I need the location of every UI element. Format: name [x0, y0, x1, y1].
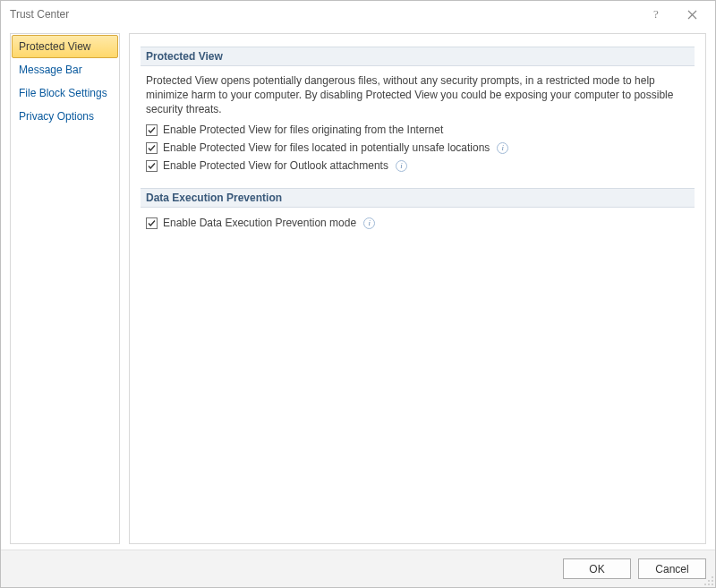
titlebar: Trust Center ? — [1, 1, 715, 28]
dialog-footer: OK Cancel — [1, 550, 715, 587]
checkbox-label: Enable Protected View for Outlook attach… — [163, 158, 388, 174]
checkbox-pv-unsafe[interactable] — [146, 142, 158, 154]
section-header-protected-view: Protected View — [141, 47, 695, 66]
ok-button[interactable]: OK — [563, 558, 631, 579]
checkbox-pv-internet[interactable] — [146, 124, 158, 136]
sidebar-item-file-block-settings[interactable]: File Block Settings — [12, 81, 118, 105]
sidebar-item-label: Message Bar — [19, 64, 82, 76]
section-header-dep: Data Execution Prevention — [141, 188, 695, 208]
svg-point-3 — [712, 580, 713, 582]
checkbox-label: Enable Data Execution Prevention mode — [163, 215, 356, 231]
section-body-dep: Enable Data Execution Prevention mode i — [141, 215, 695, 242]
sidebar-item-privacy-options[interactable]: Privacy Options — [12, 105, 118, 128]
svg-point-2 — [708, 580, 710, 582]
trust-center-dialog: Trust Center ? Protected View Message Ba… — [0, 0, 716, 588]
help-icon: ? — [652, 8, 661, 21]
resize-grip-icon[interactable] — [703, 575, 714, 586]
check-icon — [147, 125, 157, 135]
sidebar: Protected View Message Bar File Block Se… — [10, 33, 120, 544]
svg-point-1 — [712, 576, 713, 578]
sidebar-item-label: Protected View — [19, 40, 91, 53]
sidebar-item-message-bar[interactable]: Message Bar — [12, 58, 118, 81]
svg-point-6 — [712, 584, 713, 585]
info-icon[interactable]: i — [497, 142, 508, 154]
section-body-protected-view: Protected View opens potentially dangero… — [141, 73, 695, 184]
protected-view-description: Protected View opens potentially dangero… — [146, 73, 689, 116]
info-icon[interactable]: i — [363, 217, 375, 229]
checkbox-label: Enable Protected View for files located … — [163, 140, 490, 156]
sidebar-item-protected-view[interactable]: Protected View — [12, 35, 118, 58]
button-label: Cancel — [655, 563, 688, 575]
help-button[interactable]: ? — [638, 2, 674, 27]
svg-text:?: ? — [653, 8, 659, 21]
close-button[interactable] — [674, 2, 710, 27]
checkbox-dep[interactable] — [146, 217, 158, 229]
check-icon — [147, 218, 157, 228]
dialog-body: Protected View Message Bar File Block Se… — [1, 28, 715, 550]
check-icon — [147, 143, 157, 153]
info-icon[interactable]: i — [396, 160, 407, 172]
close-icon — [687, 10, 697, 20]
sidebar-item-label: File Block Settings — [19, 87, 107, 99]
button-label: OK — [589, 563, 604, 575]
checkbox-label: Enable Protected View for files originat… — [163, 122, 443, 138]
svg-point-4 — [704, 584, 706, 585]
cancel-button[interactable]: Cancel — [638, 558, 706, 579]
check-icon — [147, 161, 157, 171]
sidebar-item-label: Privacy Options — [19, 110, 94, 123]
check-row-pv-internet: Enable Protected View for files originat… — [146, 122, 689, 138]
checkbox-pv-outlook[interactable] — [146, 160, 158, 172]
check-row-pv-outlook: Enable Protected View for Outlook attach… — [146, 158, 689, 174]
window-title: Trust Center — [10, 8, 638, 21]
content-panel: Protected View Protected View opens pote… — [129, 33, 706, 544]
check-row-pv-unsafe: Enable Protected View for files located … — [146, 140, 689, 156]
check-row-dep: Enable Data Execution Prevention mode i — [146, 215, 689, 231]
svg-point-5 — [708, 584, 710, 585]
